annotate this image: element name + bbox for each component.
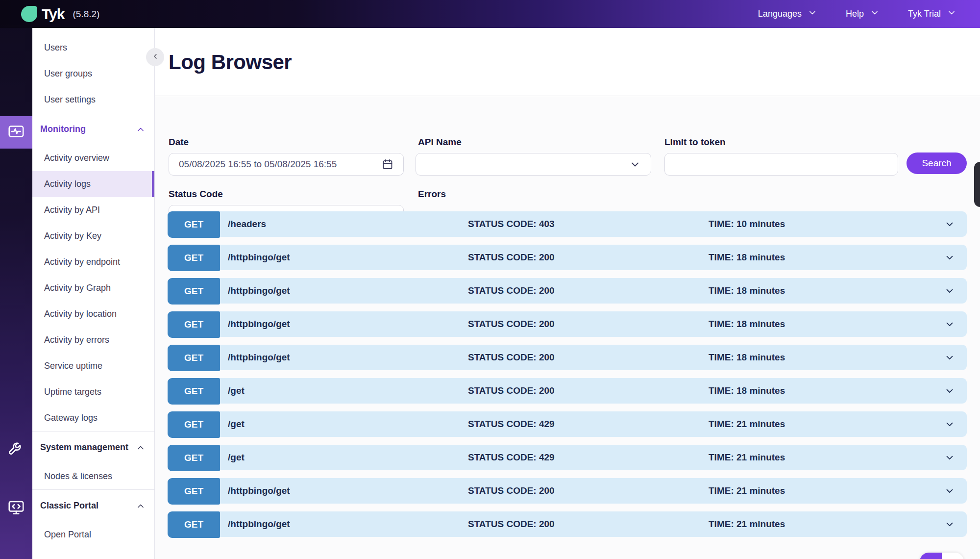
log-time: TIME: 18 minutes xyxy=(709,378,785,404)
date-range-input[interactable]: 05/08/2025 16:55 to 05/08/2025 16:55 xyxy=(169,153,404,176)
monitor-code-icon xyxy=(7,499,25,518)
chevron-down-icon[interactable] xyxy=(944,378,955,404)
chevron-down-icon xyxy=(947,8,956,20)
log-row[interactable]: GET /httpbingo/get STATUS CODE: 200 TIME… xyxy=(168,511,967,537)
sidebar-item[interactable]: Nodes & licenses xyxy=(32,463,154,489)
log-status-code: STATUS CODE: 200 xyxy=(468,311,555,337)
topbar-nav-item[interactable]: Languages xyxy=(758,8,817,20)
sidebar-item[interactable]: User groups xyxy=(32,61,154,87)
log-row[interactable]: GET /get STATUS CODE: 429 TIME: 21 minut… xyxy=(168,445,967,470)
chevron-down-icon[interactable] xyxy=(944,478,955,504)
sidebar-item[interactable]: Activity by Graph xyxy=(32,275,154,301)
log-row[interactable]: GET /headers STATUS CODE: 403 TIME: 10 m… xyxy=(168,211,967,237)
log-path: /httpbingo/get xyxy=(228,345,290,370)
sidebar-item[interactable]: Activity by Key xyxy=(32,223,154,249)
errors-label: Errors xyxy=(418,189,446,200)
sidebar-item[interactable]: Open Portal xyxy=(32,522,154,548)
version-label: (5.8.2) xyxy=(73,9,99,20)
chevron-down-icon[interactable] xyxy=(944,511,955,537)
sidebar-item[interactable]: Activity by endpoint xyxy=(32,249,154,275)
log-path: /headers xyxy=(228,211,266,237)
sidebar-item[interactable]: User settings xyxy=(32,87,154,113)
sidebar-item[interactable]: Service uptime xyxy=(32,353,154,379)
chevron-down-icon[interactable] xyxy=(944,278,955,304)
tyk-logo[interactable]: Tyk (5.8.2) xyxy=(0,6,99,23)
calendar-icon[interactable] xyxy=(382,158,393,170)
sidebar-item-label: Activity by endpoint xyxy=(44,257,120,267)
sidebar-item-label: System management xyxy=(40,442,128,453)
log-row[interactable]: GET /get STATUS CODE: 200 TIME: 18 minut… xyxy=(168,378,967,404)
sidebar-item[interactable]: Classic Portal xyxy=(32,489,154,522)
chevron-left-icon xyxy=(151,52,160,63)
rail-item-classic-portal[interactable] xyxy=(0,499,32,518)
topbar-nav-item[interactable]: Help xyxy=(846,8,880,20)
sidebar-item-label: Service uptime xyxy=(44,361,102,371)
api-name-select[interactable] xyxy=(416,153,651,176)
page-title: Log Browser xyxy=(169,51,292,74)
log-time: TIME: 18 minutes xyxy=(709,345,785,370)
sidebar-item[interactable]: Users xyxy=(32,35,154,61)
log-row[interactable]: GET /httpbingo/get STATUS CODE: 200 TIME… xyxy=(168,345,967,370)
sidebar-item[interactable]: Activity by errors xyxy=(32,327,154,353)
log-status-code: STATUS CODE: 200 xyxy=(468,478,555,504)
sidebar-item[interactable]: Monitoring xyxy=(32,113,154,145)
wrench-icon xyxy=(7,439,25,458)
method-badge: GET xyxy=(168,345,220,371)
sidebar-item[interactable]: Activity by API xyxy=(32,197,154,223)
method-badge: GET xyxy=(168,445,220,471)
log-row[interactable]: GET /httpbingo/get STATUS CODE: 200 TIME… xyxy=(168,278,967,304)
log-status-code: STATUS CODE: 429 xyxy=(468,445,555,470)
log-time: TIME: 21 minutes xyxy=(709,445,785,470)
chevron-up-icon xyxy=(136,501,146,511)
sidebar-item-label: Activity by API xyxy=(44,205,100,215)
topbar-nav: Languages Help Tyk Trial xyxy=(758,8,980,20)
method-badge: GET xyxy=(168,411,220,438)
log-path: /httpbingo/get xyxy=(228,478,290,504)
chevron-down-icon[interactable] xyxy=(944,211,955,237)
sidebar-item-label: Activity overview xyxy=(44,153,109,163)
sidebar-collapse-button[interactable] xyxy=(146,48,164,66)
method-badge: GET xyxy=(168,278,220,305)
sidebar-item[interactable]: Activity logs xyxy=(32,171,154,197)
log-status-code: STATUS CODE: 200 xyxy=(468,245,555,270)
log-row[interactable]: GET /get STATUS CODE: 429 TIME: 21 minut… xyxy=(168,411,967,437)
log-path: /httpbingo/get xyxy=(228,311,290,337)
icon-rail xyxy=(0,28,32,559)
sidebar-item-label: Users xyxy=(44,43,67,53)
search-button[interactable]: Search xyxy=(906,152,967,174)
chevron-down-icon[interactable] xyxy=(944,445,955,470)
chevron-down-icon[interactable] xyxy=(944,311,955,337)
rail-item-system-management[interactable] xyxy=(0,439,32,458)
chevron-down-icon[interactable] xyxy=(944,245,955,270)
chevron-down-icon xyxy=(808,8,817,20)
sidebar-item[interactable]: System management xyxy=(32,431,154,463)
right-edge-tab[interactable] xyxy=(974,162,980,207)
main-content: Log Browser Date 05/08/2025 16:55 to 05/… xyxy=(155,28,980,559)
rail-item-monitoring[interactable] xyxy=(0,116,32,149)
log-row[interactable]: GET /httpbingo/get STATUS CODE: 200 TIME… xyxy=(168,478,967,504)
sidebar-item[interactable]: Uptime targets xyxy=(32,379,154,405)
sidebar-item[interactable]: Activity by location xyxy=(32,301,154,327)
date-range-value: 05/08/2025 16:55 to 05/08/2025 16:55 xyxy=(179,159,337,170)
date-label: Date xyxy=(169,137,189,148)
limit-to-token-label: Limit to token xyxy=(664,137,726,148)
log-row[interactable]: GET /httpbingo/get STATUS CODE: 200 TIME… xyxy=(168,311,967,337)
limit-to-token-input[interactable] xyxy=(664,153,898,176)
sidebar-item-label: Activity by Key xyxy=(44,231,101,241)
topbar: Tyk (5.8.2) Languages Help xyxy=(0,0,980,28)
sidebar-item-label: Activity logs xyxy=(44,179,91,189)
chevron-down-icon[interactable] xyxy=(944,411,955,437)
method-badge: GET xyxy=(168,478,220,505)
log-time: TIME: 21 minutes xyxy=(709,411,785,437)
log-status-code: STATUS CODE: 200 xyxy=(468,278,555,304)
sidebar-item-label: Classic Portal xyxy=(40,501,98,511)
floating-widget[interactable] xyxy=(920,553,964,559)
topbar-nav-item[interactable]: Tyk Trial xyxy=(908,8,956,20)
log-path: /httpbingo/get xyxy=(228,245,290,270)
log-time: TIME: 18 minutes xyxy=(709,278,785,304)
log-row[interactable]: GET /httpbingo/get STATUS CODE: 200 TIME… xyxy=(168,245,967,270)
sidebar-item[interactable]: Activity overview xyxy=(32,145,154,171)
chevron-down-icon[interactable] xyxy=(944,345,955,370)
sidebar-item[interactable]: Gateway logs xyxy=(32,405,154,431)
sidebar-menu: Users User groups User settings xyxy=(32,28,155,559)
